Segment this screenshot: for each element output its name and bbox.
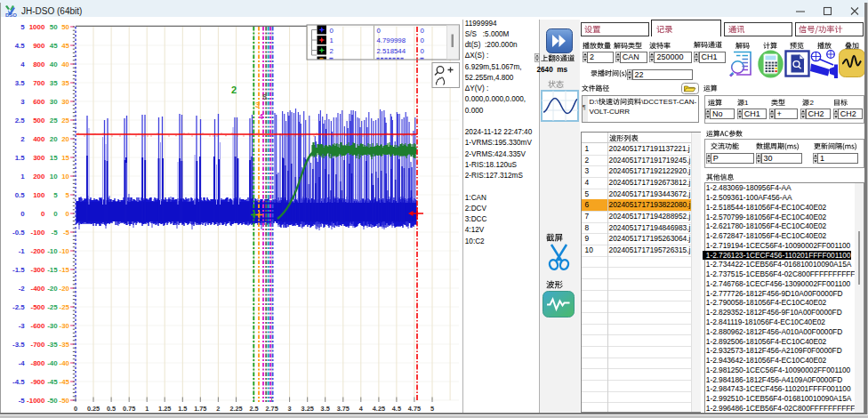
svg-text:1000: 1000: [29, 23, 45, 31]
svg-text:900: 900: [33, 42, 45, 50]
svg-text:-4.5: -4.5: [12, 378, 25, 386]
svg-text:15: 15: [61, 154, 69, 162]
svg-text:-25: -25: [47, 303, 58, 311]
svg-text:-200: -200: [31, 247, 45, 255]
svg-text:-100: -100: [31, 229, 45, 237]
svg-text:1: 1: [20, 173, 25, 181]
svg-text:-2: -2: [19, 285, 26, 293]
svg-text:5: 5: [20, 23, 25, 31]
svg-text:5: 5: [430, 405, 434, 413]
svg-text:3.75: 3.75: [337, 405, 350, 413]
svg-text:-3.5: -3.5: [12, 341, 25, 349]
svg-text:2.5: 2.5: [249, 405, 258, 413]
svg-text:-2.5: -2.5: [12, 303, 25, 311]
svg-text:45: 45: [61, 42, 69, 50]
svg-text:-20: -20: [60, 285, 70, 293]
svg-text:0: 0: [20, 210, 25, 218]
svg-text:3: 3: [288, 405, 292, 413]
svg-text:-4: -4: [19, 359, 26, 367]
svg-text:-5: -5: [52, 229, 59, 237]
svg-text:0: 0: [41, 210, 45, 218]
svg-text:30: 30: [50, 98, 58, 106]
svg-text:0.75: 0.75: [123, 405, 135, 413]
svg-text:15: 15: [50, 154, 58, 162]
svg-text:35: 35: [50, 79, 58, 87]
svg-text:0.25: 0.25: [87, 405, 100, 413]
svg-text:-300: -300: [31, 266, 45, 274]
svg-text:-50: -50: [47, 397, 58, 405]
svg-text:3.25: 3.25: [301, 405, 314, 413]
svg-text:4.5: 4.5: [392, 405, 401, 413]
svg-text:1.5: 1.5: [15, 154, 26, 162]
svg-text:-40: -40: [47, 359, 58, 367]
svg-text:-5: -5: [19, 397, 26, 405]
svg-text:35: 35: [61, 79, 69, 87]
svg-text:-900: -900: [31, 378, 45, 386]
svg-text:-10: -10: [47, 247, 58, 255]
svg-text:400: 400: [33, 135, 45, 143]
svg-text:0: 0: [330, 27, 334, 35]
svg-text:4.5: 4.5: [15, 42, 26, 50]
svg-text:1: 1: [145, 405, 149, 413]
svg-text:-1: -1: [19, 247, 26, 255]
svg-text:3: 3: [20, 98, 25, 106]
svg-text:-40: -40: [60, 359, 70, 367]
svg-text:200: 200: [33, 173, 45, 181]
svg-text:40: 40: [50, 60, 58, 68]
svg-text:1.25: 1.25: [158, 405, 171, 413]
svg-text:30: 30: [61, 98, 69, 106]
svg-text:0: 0: [66, 210, 70, 218]
svg-text:4.25: 4.25: [373, 405, 385, 413]
svg-text:0: 0: [421, 27, 425, 35]
svg-text:50: 50: [61, 23, 69, 31]
svg-text:10: 10: [61, 173, 69, 181]
svg-text:-30: -30: [60, 322, 70, 330]
svg-text:-1000: -1000: [27, 397, 45, 405]
svg-text:-10: -10: [60, 247, 70, 255]
svg-text:25: 25: [50, 117, 58, 125]
svg-text:-500: -500: [31, 303, 45, 311]
svg-text:0: 0: [74, 405, 77, 413]
svg-text:3: 3: [255, 100, 260, 109]
svg-text:1: 1: [330, 36, 334, 44]
svg-text:-45: -45: [47, 378, 58, 386]
svg-text:50: 50: [50, 23, 58, 31]
svg-text:5: 5: [66, 191, 70, 199]
svg-text:0.5: 0.5: [107, 405, 116, 413]
svg-text:-5: -5: [63, 229, 70, 237]
svg-text:1.75: 1.75: [194, 405, 206, 413]
svg-text:500: 500: [33, 117, 45, 125]
svg-text:20: 20: [50, 135, 58, 143]
svg-text:1.5: 1.5: [178, 405, 187, 413]
svg-text:-45: -45: [60, 378, 70, 386]
svg-text:-15: -15: [47, 266, 58, 274]
svg-text:0: 0: [377, 27, 382, 35]
svg-text:-35: -35: [47, 341, 58, 349]
svg-text:600: 600: [33, 98, 45, 106]
svg-text:4.75: 4.75: [408, 405, 421, 413]
svg-text:0: 0: [53, 210, 58, 218]
svg-text:3.5: 3.5: [321, 405, 330, 413]
svg-text:10: 10: [50, 173, 58, 181]
svg-text:-35: -35: [60, 341, 70, 349]
svg-text:-25: -25: [60, 303, 70, 311]
svg-text:4.799998: 4.799998: [377, 36, 406, 44]
svg-text:700: 700: [33, 79, 45, 87]
svg-text:2.75: 2.75: [265, 405, 277, 413]
svg-text:5: 5: [262, 92, 267, 101]
svg-text:-600: -600: [31, 322, 45, 330]
svg-text:100: 100: [33, 191, 45, 199]
svg-text:-3: -3: [19, 322, 26, 330]
svg-text:5: 5: [53, 191, 58, 199]
svg-text:2.5: 2.5: [15, 117, 26, 125]
svg-text:-0.5: -0.5: [12, 229, 25, 237]
svg-text:2.518544: 2.518544: [377, 47, 406, 55]
svg-text:0: 0: [421, 36, 425, 44]
svg-text:25: 25: [61, 117, 69, 125]
svg-text:2: 2: [216, 405, 220, 413]
svg-text:-50: -50: [60, 397, 70, 405]
svg-text:45: 45: [50, 42, 58, 50]
svg-text:-1.5: -1.5: [12, 266, 25, 274]
svg-text:-700: -700: [31, 341, 45, 349]
svg-text:0.5: 0.5: [15, 191, 26, 199]
